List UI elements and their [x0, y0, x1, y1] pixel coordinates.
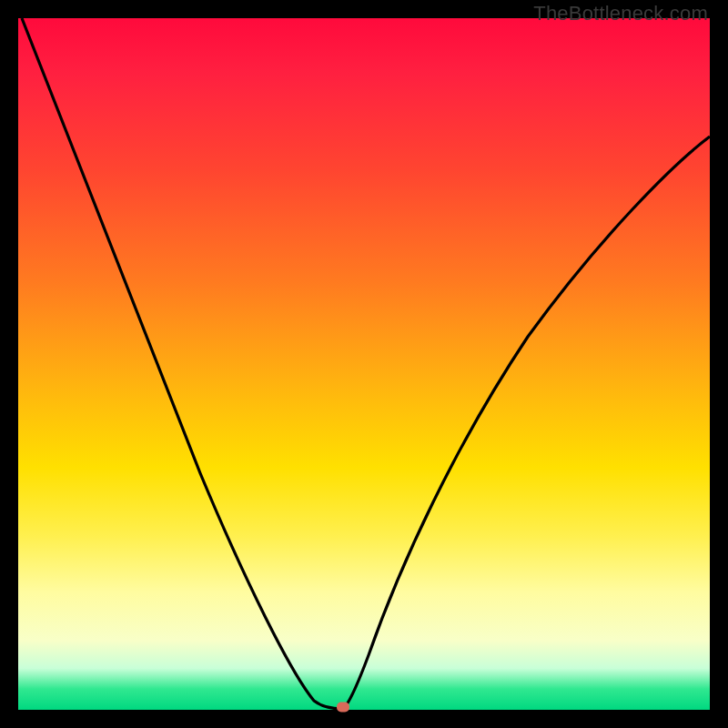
curve-path	[22, 18, 710, 709]
watermark-label: TheBottleneck.com	[533, 2, 708, 25]
chart-plot-area	[18, 18, 710, 710]
optimal-point-marker	[337, 703, 349, 713]
bottleneck-curve	[18, 18, 710, 710]
